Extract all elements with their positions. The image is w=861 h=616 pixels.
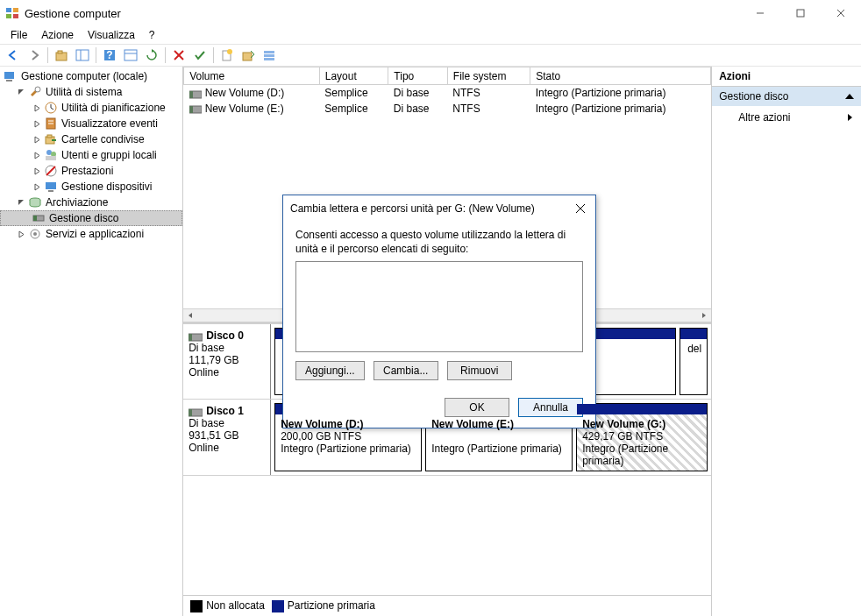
svg-rect-50 [189,106,193,113]
actions-group-disk[interactable]: Gestione disco [712,87,861,106]
menu-help[interactable]: ? [142,27,162,43]
svg-text:?: ? [106,49,112,61]
svg-rect-40 [46,182,56,189]
svg-rect-2 [6,14,11,18]
collapse-icon [845,94,854,99]
partition-partial[interactable]: del [680,328,708,395]
refresh-button[interactable] [142,46,161,65]
tree-root[interactable]: Gestione computer (locale) [0,68,182,84]
tree-item[interactable]: Gestione dispositivi [0,179,182,195]
computer-icon [4,69,18,83]
properties-button[interactable] [121,46,140,65]
menu-view[interactable]: Visualizza [81,27,142,43]
window-title: Gestione computer [25,7,740,20]
tree-label: Gestione disco [49,212,118,224]
tree-label: Gestione computer (locale) [21,70,147,82]
tree-services[interactable]: Servizi e applicazioni [0,226,182,242]
disk-mgmt-icon [32,211,46,225]
legend: Non allocata Partizione primaria [183,595,711,616]
svg-rect-44 [33,216,37,221]
menu-action[interactable]: Azione [34,27,81,43]
collapse-icon[interactable] [16,197,26,208]
table-row[interactable]: New Volume (E:)SempliceDi baseNTFSIntegr… [184,101,711,117]
svg-rect-41 [48,190,53,192]
column-header[interactable]: Tipo [388,67,447,85]
remove-button[interactable]: Rimuovi [447,361,512,380]
column-header[interactable]: Layout [319,67,388,85]
tree-label: Prestazioni [61,165,113,177]
tree-label: Utilità di sistema [46,86,122,98]
actions-group-label: Gestione disco [719,90,788,103]
actions-header: Azioni [712,67,861,87]
svg-rect-34 [47,135,52,138]
column-header[interactable]: File system [447,67,530,85]
show-hide-tree-button[interactable] [73,46,92,65]
scroll-left-icon[interactable] [183,309,197,322]
tree-label: Utilità di pianificazione [61,102,166,114]
close-button[interactable] [821,0,861,26]
svg-rect-52 [189,334,192,341]
back-button[interactable] [4,46,23,65]
tree-item[interactable]: Utilità di pianificazione [0,100,182,116]
change-drive-letter-dialog: Cambia lettera e percorsi unità per G: (… [282,195,596,428]
actions-more[interactable]: Altre azioni [712,106,861,129]
expand-icon[interactable] [32,134,42,145]
tree-storage[interactable]: Archiviazione [0,195,182,210]
svg-rect-23 [264,58,274,60]
svg-rect-22 [264,54,274,57]
change-button[interactable]: Cambia... [374,361,438,380]
dialog-message: Consenti accesso a questo volume utilizz… [295,229,583,256]
dialog-close-button[interactable] [573,201,588,216]
svg-point-19 [227,49,232,54]
legend-swatch-unallocated [190,600,203,612]
ok-button[interactable]: OK [445,398,509,417]
new-button[interactable] [217,46,237,65]
disk-header[interactable]: Disco 0Di base111,79 GBOnline [183,324,271,399]
tree-item[interactable]: Visualizzatore eventi [0,116,182,131]
delete-button[interactable] [169,46,189,65]
drive-letter-listbox[interactable] [295,261,583,352]
help-button[interactable]: ? [100,46,119,65]
list-view-button[interactable] [260,46,279,65]
export-button[interactable] [238,46,258,65]
column-header[interactable]: Stato [530,67,711,85]
disk-icon [189,332,203,341]
partition[interactable]: New Volume (G:)429,17 GB NTFSIntegro (Pa… [576,403,708,471]
expand-icon[interactable] [32,181,42,192]
menu-file[interactable]: File [4,27,34,43]
tree-item-icon [44,180,58,194]
tree-disk-mgmt[interactable]: Gestione disco [0,210,182,226]
tree-item[interactable]: Utenti e gruppi locali [0,147,182,163]
add-button[interactable]: Aggiungi... [295,361,365,380]
legend-label: Partizione primaria [288,599,375,612]
cancel-button[interactable]: Annulla [518,398,583,417]
svg-point-46 [33,232,37,236]
disk-header[interactable]: Disco 1Di base931,51 GBOnline [183,400,271,475]
disk-icon [189,407,203,416]
chevron-right-icon [848,114,852,121]
maximize-button[interactable] [780,0,821,26]
forward-button[interactable] [25,46,44,65]
tree-item-icon [44,164,58,178]
scroll-right-icon[interactable] [697,309,711,322]
minimize-button[interactable] [740,0,780,26]
check-button[interactable] [190,46,210,65]
expand-icon[interactable] [32,166,42,176]
expand-icon[interactable] [16,229,26,239]
services-icon [28,227,42,241]
up-button[interactable] [52,46,71,65]
column-header[interactable]: Volume [184,67,320,85]
collapse-icon[interactable] [16,87,26,97]
actions-item-label: Altre azioni [738,111,790,124]
volume-table: VolumeLayoutTipoFile systemStato New Vol… [183,67,711,117]
expand-icon[interactable] [32,118,42,129]
table-row[interactable]: New Volume (D:)SempliceDi baseNTFSIntegr… [184,85,711,101]
dialog-title: Cambia lettera e percorsi unità per G: (… [290,202,535,215]
storage-icon [28,195,42,209]
expand-icon[interactable] [32,150,42,160]
tree-item[interactable]: Cartelle condivise [0,131,182,147]
tree-sys-tools[interactable]: Utilità di sistema [0,84,182,100]
svg-rect-14 [125,50,137,60]
tree-item[interactable]: Prestazioni [0,163,182,179]
expand-icon[interactable] [32,103,42,113]
